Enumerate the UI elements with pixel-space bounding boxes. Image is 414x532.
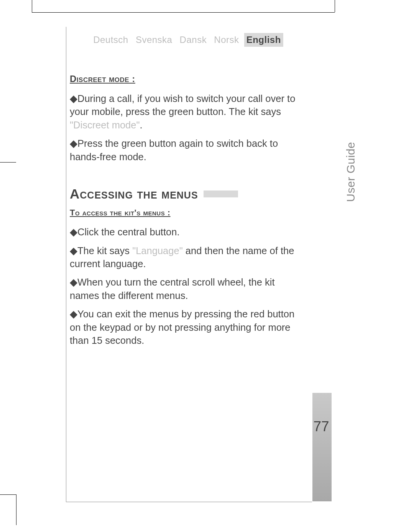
menus-para-4: ◆You can exit the menus by pressing the … xyxy=(70,307,304,347)
text: ◆During a call, if you wish to switch yo… xyxy=(70,93,295,117)
spoken-text: "Discreet mode" xyxy=(70,120,140,130)
lang-dansk: Dansk xyxy=(177,33,209,47)
heading-bar xyxy=(204,190,238,197)
crop-mark xyxy=(0,162,16,163)
crop-mark xyxy=(335,0,335,12)
page: Deutsch Svenska Dansk Norsk English Disc… xyxy=(0,0,414,532)
side-tab xyxy=(312,393,332,501)
crop-mark xyxy=(16,494,16,525)
lang-deutsch: Deutsch xyxy=(91,33,131,47)
access-kit-menus-sub: To access the kit's menus : xyxy=(70,208,304,218)
lang-norsk: Norsk xyxy=(212,33,241,47)
lang-svenska: Svenska xyxy=(133,33,175,47)
crop-mark xyxy=(32,12,335,13)
crop-mark xyxy=(32,0,32,12)
accessing-menus-heading: Accessing the menus xyxy=(70,186,304,202)
text: . xyxy=(140,120,143,130)
heading-text: Accessing the menus xyxy=(70,186,198,202)
discreet-para-1: ◆During a call, if you wish to switch yo… xyxy=(70,92,304,131)
page-number: 77 xyxy=(312,419,331,435)
side-label: User Guide xyxy=(344,142,357,202)
text: ◆The kit says xyxy=(70,245,132,256)
spoken-text: "Language" xyxy=(132,245,183,256)
discreet-mode-heading: Discreet mode : xyxy=(70,74,304,84)
menus-para-1: ◆Click the central button. xyxy=(70,225,304,238)
menus-para-3: ◆When you turn the central scroll wheel,… xyxy=(70,276,304,302)
crop-mark xyxy=(0,494,16,495)
lang-english: English xyxy=(244,33,283,47)
discreet-para-2: ◆Press the green button again to switch … xyxy=(70,137,304,163)
menus-para-2: ◆The kit says "Language" and then the na… xyxy=(70,244,304,271)
content: Deutsch Svenska Dansk Norsk English Disc… xyxy=(66,27,312,360)
language-selector: Deutsch Svenska Dansk Norsk English xyxy=(70,33,304,47)
